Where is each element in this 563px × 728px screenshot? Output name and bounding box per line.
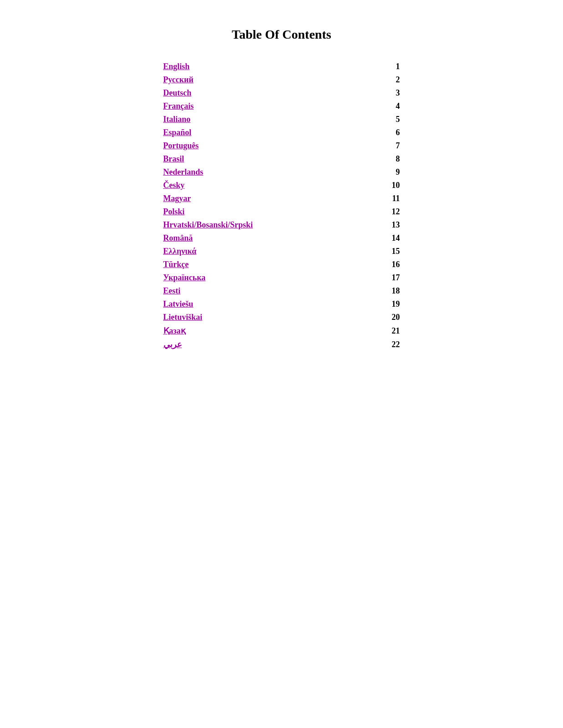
toc-page-number: 19 <box>345 298 400 311</box>
toc-row: Русский2 <box>163 73 400 86</box>
toc-row: Deutsch3 <box>163 86 400 100</box>
toc-row: Lietuviškai20 <box>163 311 400 324</box>
toc-page-number: 12 <box>345 205 400 218</box>
toc-page-number: 4 <box>345 100 400 113</box>
toc-link-italiano[interactable]: Italiano <box>163 115 191 124</box>
toc-link-fran-ais[interactable]: Français <box>163 101 194 111</box>
toc-page-number: 2 <box>345 73 400 86</box>
toc-row: Latviešu19 <box>163 298 400 311</box>
toc-page-number: 22 <box>345 338 400 351</box>
toc-link-english[interactable]: English <box>163 62 190 71</box>
toc-row: Česky10 <box>163 179 400 192</box>
toc-link---------[interactable]: Ελληνικά <box>163 247 197 256</box>
toc-row: Ελληνικά15 <box>163 245 400 258</box>
toc-link------[interactable]: Қазақ <box>163 326 186 335</box>
toc-page-number: 8 <box>345 152 400 166</box>
toc-row: Português7 <box>163 139 400 152</box>
toc-link-brasil[interactable]: Brasil <box>163 154 184 163</box>
toc-page-number: 14 <box>345 232 400 245</box>
toc-link-polski[interactable]: Polski <box>163 207 185 216</box>
toc-page-number: 21 <box>345 324 400 338</box>
toc-link-deutsch[interactable]: Deutsch <box>163 88 192 97</box>
toc-page-number: 20 <box>345 311 400 324</box>
toc-row: Türkçe16 <box>163 258 400 271</box>
toc-row: Français4 <box>163 100 400 113</box>
toc-page-number: 10 <box>345 179 400 192</box>
toc-link-lietuvi-kai[interactable]: Lietuviškai <box>163 313 203 322</box>
toc-page-number: 15 <box>345 245 400 258</box>
toc-page-number: 6 <box>345 126 400 139</box>
toc-row: Eesti18 <box>163 284 400 298</box>
toc-page-number: 1 <box>345 60 400 73</box>
toc-page-number: 17 <box>345 271 400 284</box>
toc-link-espa-ol[interactable]: Español <box>163 128 192 137</box>
toc-page-number: 16 <box>345 258 400 271</box>
toc-page-number: 9 <box>345 166 400 179</box>
toc-page-number: 3 <box>345 86 400 100</box>
toc-page-number: 18 <box>345 284 400 298</box>
toc-row: Қазақ21 <box>163 324 400 338</box>
toc-row: English1 <box>163 60 400 73</box>
toc-link-----[interactable]: عربي <box>163 340 182 349</box>
toc-row: Română14 <box>163 232 400 245</box>
toc-row: Brasil8 <box>163 152 400 166</box>
toc-link--------[interactable]: Русский <box>163 75 194 84</box>
toc-page-number: 11 <box>345 192 400 205</box>
toc-link-----------[interactable]: Українська <box>163 273 206 282</box>
toc-link-rom-n-[interactable]: Română <box>163 233 193 243</box>
toc-row: Español6 <box>163 126 400 139</box>
toc-link-t-rk-e[interactable]: Türkçe <box>163 260 189 269</box>
toc-page-number: 7 <box>345 139 400 152</box>
toc-link-latvie-u[interactable]: Latviešu <box>163 299 193 308</box>
toc-link--esky[interactable]: Česky <box>163 181 185 190</box>
toc-page-number: 5 <box>345 113 400 126</box>
toc-row: Polski12 <box>163 205 400 218</box>
toc-row: Nederlands9 <box>163 166 400 179</box>
toc-row: عربي22 <box>163 338 400 351</box>
toc-row: Hrvatski/Bosanski/Srpski13 <box>163 218 400 232</box>
toc-page-number: 13 <box>345 218 400 232</box>
toc-table: English1Русский2Deutsch3Français4Italian… <box>163 60 400 351</box>
toc-link-nederlands[interactable]: Nederlands <box>163 167 203 177</box>
toc-link-hrvatski-bosanski-srpski[interactable]: Hrvatski/Bosanski/Srpski <box>163 220 253 229</box>
toc-row: Magyar11 <box>163 192 400 205</box>
toc-row: Italiano5 <box>163 113 400 126</box>
page-title: Table Of Contents <box>36 27 527 42</box>
toc-link-portugu-s[interactable]: Português <box>163 141 199 150</box>
toc-link-magyar[interactable]: Magyar <box>163 194 191 203</box>
toc-row: Українська17 <box>163 271 400 284</box>
toc-link-eesti[interactable]: Eesti <box>163 286 181 295</box>
